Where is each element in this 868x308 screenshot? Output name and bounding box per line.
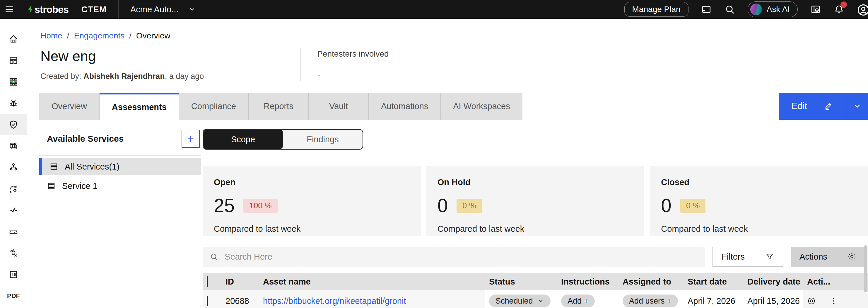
pentesters-label: Pentesters involved [317,49,389,59]
tabs-row: Overview Assessments Compliance Reports … [27,93,868,120]
row-asset-cell: https://bitbucket.org/nikeetapatil/groni… [259,290,485,308]
actions-label: Actions [800,252,827,262]
vertical-scrollbar-thumb[interactable] [864,245,867,292]
edit-button-label: Edit [792,101,807,111]
stat-label: Open [214,177,410,187]
filters-button[interactable]: Filters [713,247,783,267]
sidebar-item-dashboard[interactable] [0,50,27,71]
col-delivery-date: Delivery date [743,273,803,290]
sidebar-item-kanban[interactable] [0,264,27,285]
sidebar-item-home[interactable] [0,28,27,50]
sidebar-item-activity[interactable] [0,199,27,221]
toggle-findings[interactable]: Findings [283,130,363,149]
sidebar-item-tickets[interactable] [0,221,27,242]
activity-log-icon[interactable] [810,4,821,15]
ask-ai-label: Ask AI [767,5,790,14]
row-status-cell: Scheduled [485,290,557,308]
user-avatar-icon[interactable] [857,2,866,17]
edit-split-button: Edit [779,93,868,120]
main-content: Home / Engagements / Overview New eng Cr… [27,19,868,308]
tab-assessments[interactable]: Assessments [99,93,179,120]
strobes-logo[interactable]: strobes [27,4,68,15]
left-icon-sidebar: PDF [0,19,27,308]
asset-link[interactable]: https://bitbucket.org/nikeetapatil/groni… [263,296,406,306]
service-item-label: Service 1 [62,181,97,191]
top-navbar: strobes CTEM Acme Auto... Manage Plan As… [0,0,868,19]
sidebar-item-attack-surface[interactable] [0,157,27,178]
tab-ai-workspaces[interactable]: AI Workspaces [441,93,522,120]
notifications-bell-icon[interactable] [833,4,844,15]
dashboard-layout-icon [8,55,19,65]
billing-card-icon[interactable] [701,4,712,15]
sidebar-item-vulnerabilities[interactable] [0,92,27,114]
service-item-label: All Services(1) [65,162,120,172]
breadcrumb-engagements[interactable]: Engagements [74,31,124,40]
home-icon [8,34,19,44]
stat-delta-badge: 0 % [680,199,706,213]
search-input[interactable] [225,252,698,262]
pulse-line-icon [8,205,19,215]
row-delivery-date: April 15, 2026 [743,290,803,308]
col-assigned-to: Assigned to [619,273,683,290]
hamburger-menu-icon[interactable] [0,0,19,19]
select-all-header [203,273,221,290]
asset-table-icon [8,141,19,151]
toggle-scope[interactable]: Scope [203,130,283,149]
services-panel-header: Available Services + [39,127,201,156]
select-all-checkbox[interactable] [207,276,208,287]
search-box [203,247,705,267]
sidebar-item-assets[interactable] [0,135,27,157]
product-name: CTEM [82,5,106,15]
view-icon[interactable] [807,297,816,305]
engagement-header: New eng Created by: Abishekh Rajendhran,… [40,48,868,81]
service-item-all[interactable]: All Services(1) [39,158,201,175]
stat-card-closed: Closed 0 0 % Compared to last week [650,166,868,236]
services-panel-title: Available Services [47,134,124,144]
created-ago: , a day ago [165,72,204,81]
col-actions: Acti... [803,273,868,290]
service-item-1[interactable]: Service 1 [39,177,201,194]
tab-vault[interactable]: Vault [309,93,369,120]
sidebar-item-automation[interactable] [0,178,27,199]
status-dropdown[interactable]: Scheduled [489,295,551,307]
stat-value: 25 [214,195,235,217]
bug-icon [8,98,19,108]
tab-compliance[interactable]: Compliance [179,93,249,120]
breadcrumb-home[interactable]: Home [40,31,62,40]
list-icon [47,181,56,190]
sidebar-item-continuous-scan[interactable] [0,242,27,264]
ai-orb-icon [750,3,762,15]
add-users-button[interactable]: Add users + [623,295,678,307]
shield-rotate-icon [8,248,19,258]
ticket-icon [8,227,19,237]
sidebar-item-assessments[interactable] [0,114,27,135]
sync-gear-icon [8,184,19,194]
row-checkbox[interactable] [207,296,208,306]
edit-more-options-button[interactable] [846,93,868,120]
col-status: Status [485,273,557,290]
status-value: Scheduled [496,297,533,306]
sidebar-item-pdf-reports[interactable]: PDF [0,285,27,307]
sidebar-item-apps[interactable] [0,71,27,92]
search-icon[interactable] [724,4,735,15]
org-selector[interactable]: Acme Auto... [130,5,196,15]
add-service-button[interactable]: + [182,130,200,148]
shield-check-icon [8,120,19,130]
tab-overview[interactable]: Overview [39,93,99,120]
lightning-bolt-icon [27,5,34,14]
tab-reports[interactable]: Reports [249,93,309,120]
sidebar-item-users[interactable] [0,307,27,308]
edit-button[interactable]: Edit [779,93,846,120]
actions-button[interactable]: Actions [791,247,865,267]
row-assigned-cell: Add users + [619,290,683,308]
tab-automations[interactable]: Automations [369,93,441,120]
add-instructions-button[interactable]: Add + [561,295,595,307]
ask-ai-button[interactable]: Ask AI [748,1,798,17]
kebab-menu-icon[interactable] [829,297,838,305]
manage-plan-button[interactable]: Manage Plan [624,2,688,17]
pentesters-value: - [317,71,389,80]
created-by-label: Created by: [40,72,84,81]
notification-dot [840,1,847,8]
assessments-content: Available Services + All Services(1) Ser… [27,120,868,308]
sitemap-icon [8,163,19,172]
